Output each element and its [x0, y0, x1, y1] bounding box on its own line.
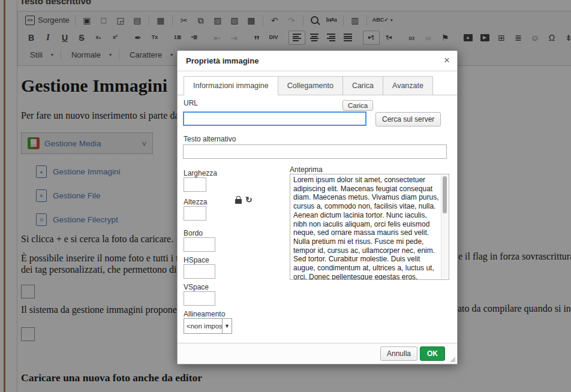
alt-text-label: Testo alternativo — [184, 135, 236, 143]
preview-scrollbar[interactable] — [441, 175, 448, 279]
alignment-label: Allineamento — [184, 310, 225, 318]
vspace-label: VSpace — [184, 283, 209, 291]
vspace-input[interactable] — [184, 291, 215, 306]
cancel-button[interactable]: Annulla — [380, 346, 417, 361]
url-input[interactable] — [183, 111, 366, 126]
preview-label: Anteprima — [290, 165, 323, 174]
dialog-title[interactable]: Proprietà immagine — [178, 51, 457, 71]
ok-button[interactable]: OK — [420, 346, 445, 361]
hspace-label: HSpace — [184, 256, 209, 264]
width-label: Larghezza — [184, 169, 217, 177]
resize-handle-icon[interactable] — [450, 357, 455, 362]
preview-text: Lorem ipsum dolor sit amet, consectetuer… — [293, 176, 439, 280]
tab-carica[interactable]: Carica — [342, 76, 383, 95]
select-arrow-icon: ▼ — [222, 319, 232, 333]
height-label: Altezza — [184, 198, 207, 206]
width-input[interactable] — [184, 177, 206, 192]
dialog-tabs: Informazioni immagineCollegamentoCaricaA… — [178, 71, 457, 95]
reset-size-icon[interactable]: ↻ — [245, 195, 253, 204]
hspace-input[interactable] — [184, 264, 215, 279]
tab-avanzate[interactable]: Avanzate — [383, 76, 433, 95]
scrollbar-thumb[interactable] — [443, 176, 447, 213]
border-input[interactable] — [184, 237, 215, 252]
screen: Testo descrittivo <>Sorgente▣□◲▤▦✂⧉▨▧▩↶↷… — [0, 0, 571, 392]
image-properties-dialog: Proprietà immagine × Informazioni immagi… — [177, 50, 458, 364]
preview-box: Lorem ipsum dolor sit amet, consectetuer… — [290, 174, 449, 280]
tab-informazioni-immagine[interactable]: Informazioni immagine — [184, 76, 278, 95]
close-icon[interactable]: × — [444, 55, 450, 65]
lock-ratio-icon[interactable] — [235, 199, 242, 204]
upload-button[interactable]: Carica — [342, 100, 373, 111]
height-input[interactable] — [184, 206, 206, 221]
alt-text-input[interactable] — [183, 144, 447, 159]
alignment-select[interactable]: <non impos ▼ — [184, 318, 232, 334]
url-label: URL — [184, 99, 198, 107]
tab-collegamento[interactable]: Collegamento — [278, 76, 343, 95]
alignment-value: <non impos — [184, 322, 222, 330]
dialog-footer: Annulla OK — [178, 343, 457, 364]
border-label: Bordo — [184, 229, 203, 237]
browse-server-button[interactable]: Cerca sul server — [375, 112, 441, 126]
